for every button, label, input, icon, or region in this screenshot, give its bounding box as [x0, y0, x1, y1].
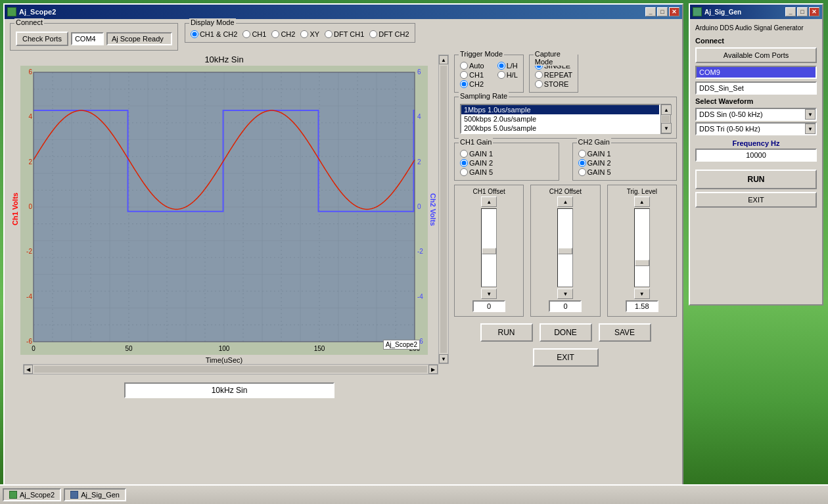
- ch2-offset-value[interactable]: 0: [549, 300, 582, 312]
- siggen-maximize-button[interactable]: □: [797, 7, 808, 16]
- ch1-gain2[interactable]: GAIN 2: [460, 159, 553, 167]
- trig-level-track[interactable]: [634, 208, 650, 287]
- trigger-ch2[interactable]: CH2: [460, 80, 484, 88]
- siggen-app-name: Arduino DDS Audio Signal Generator: [695, 24, 817, 32]
- scope-status: Aj Scope Ready: [106, 32, 172, 45]
- siggen-waveform-dropdown[interactable]: DDS Sin (0-50 kHz) DDS Tri (0-50 kHz) ▼: [695, 108, 817, 121]
- display-ch1-ch2[interactable]: CH1 & CH2: [191, 30, 237, 38]
- scroll-left-btn[interactable]: ◀: [24, 365, 33, 374]
- taskbar-siggen-icon: [70, 491, 78, 499]
- ch1-offset-up[interactable]: ▲: [481, 196, 497, 207]
- ch2-gain-group: CH2 Gain GAIN 1 GAIN 2 GAIN 5: [572, 143, 678, 181]
- chart-bottom-row: ◀ ▶: [10, 364, 449, 375]
- ch2-gain2[interactable]: GAIN 2: [578, 159, 672, 167]
- chart-scrollbar-h[interactable]: ◀ ▶: [23, 364, 438, 375]
- scroll-right-btn[interactable]: ▶: [428, 365, 438, 374]
- sample-rate-scrollbar[interactable]: ▲ ▼: [660, 104, 671, 134]
- trigger-hl[interactable]: H/L: [497, 71, 518, 79]
- ch2-offset-thumb[interactable]: [558, 248, 572, 254]
- display-dft-ch1[interactable]: DFT CH1: [325, 30, 364, 38]
- ch2-offset-down[interactable]: ▼: [557, 288, 573, 299]
- scroll-down-btn[interactable]: ▼: [439, 354, 448, 363]
- ch1-gain1[interactable]: GAIN 1: [460, 150, 553, 158]
- sample-rate-500kbps[interactable]: 500kbps 2.0us/sample: [461, 114, 659, 124]
- chart-scrollbar-v[interactable]: ▲ ▼: [438, 55, 449, 364]
- exit-button[interactable]: EXIT: [533, 348, 599, 367]
- gain-groups: CH1 Gain GAIN 1 GAIN 2 GAIN 5 CH2 Gain G…: [454, 143, 677, 181]
- display-mode-label: Display Mode: [189, 18, 236, 26]
- display-ch1[interactable]: CH1: [242, 30, 266, 38]
- taskbar-siggen[interactable]: Aj_Sig_Gen: [64, 488, 126, 501]
- siggen-port-input[interactable]: COM9: [695, 66, 817, 79]
- siggen-run-button[interactable]: RUN: [695, 170, 817, 189]
- siggen-close-button[interactable]: ✕: [809, 7, 819, 16]
- siggen-exit-button[interactable]: EXIT: [695, 192, 817, 208]
- siggen-waveform-select[interactable]: DDS Sin (0-50 kHz) DDS Tri (0-50 kHz): [695, 108, 817, 121]
- ch1-offset-label: CH1 Offset: [473, 188, 505, 195]
- check-ports-button[interactable]: Check Ports: [16, 32, 68, 46]
- sample-rate-200kbps[interactable]: 200kbps 5.0us/sample: [461, 124, 659, 133]
- trig-level-up[interactable]: ▲: [634, 196, 650, 207]
- trigger-auto[interactable]: Auto: [460, 62, 484, 70]
- ch2-gain1[interactable]: GAIN 1: [578, 150, 672, 158]
- capture-repeat[interactable]: REPEAT: [535, 71, 572, 79]
- minimize-button[interactable]: _: [645, 7, 656, 16]
- taskbar-scope-label: Aj_Scope2: [20, 491, 55, 499]
- ch2-gain-label: CH2 Gain: [577, 138, 611, 146]
- siggen-preset-input[interactable]: DDS_Sin_Set: [695, 81, 817, 95]
- scope-window: Aj_Scope2 _ □ ✕ Connect Check Ports COM4…: [3, 3, 683, 499]
- taskbar-siggen-label: Aj_Sig_Gen: [81, 491, 120, 499]
- trig-level-label: Trig. Level: [627, 188, 657, 195]
- taskbar: Aj_Scope2 Aj_Sig_Gen: [0, 484, 828, 504]
- trig-level-value[interactable]: 1.58: [626, 300, 658, 312]
- trigger-lh[interactable]: L/H: [497, 62, 518, 70]
- connect-label: Connect: [14, 18, 44, 26]
- ch2-offset-up[interactable]: ▲: [557, 196, 573, 207]
- y-axis-left-label: Ch1 Volts: [10, 55, 20, 364]
- siggen-freq-input[interactable]: 10000: [695, 149, 817, 162]
- trig-level-down[interactable]: ▼: [634, 288, 650, 299]
- siggen-waveform-label: Select Waveform: [695, 97, 817, 105]
- sample-scroll-down[interactable]: ▼: [661, 123, 672, 133]
- ch1-offset-group: CH1 Offset ▲ ▼ 0: [454, 185, 524, 317]
- taskbar-scope[interactable]: Aj_Scope2: [3, 488, 61, 501]
- display-mode-group: Display Mode CH1 & CH2 CH1 CH2 XY: [185, 23, 415, 43]
- bottom-buttons-row: RUN DONE SAVE: [454, 323, 677, 342]
- trig-level-thumb[interactable]: [635, 260, 649, 266]
- ch1-offset-track[interactable]: [481, 208, 497, 287]
- maximize-button[interactable]: □: [657, 7, 668, 16]
- ch2-offset-group: CH2 Offset ▲ ▼ 0: [530, 185, 600, 317]
- trigger-ch1[interactable]: CH1: [460, 71, 484, 79]
- signal-label: 10kHz Sin: [124, 382, 334, 398]
- chart-title: 10kHz Sin: [20, 55, 428, 64]
- close-button[interactable]: ✕: [669, 7, 679, 16]
- scroll-up-btn[interactable]: ▲: [439, 55, 448, 64]
- sampling-rate-listbox[interactable]: 1Mbps 1.0us/sample 500kbps 2.0us/sample …: [460, 104, 660, 134]
- y-axis-right-label: Ch2 Volts: [428, 55, 438, 364]
- sample-scroll-up[interactable]: ▲: [661, 104, 672, 115]
- display-ch2[interactable]: CH2: [271, 30, 295, 38]
- x-axis-label: Time(uSec): [20, 356, 428, 364]
- display-xy[interactable]: XY: [300, 30, 319, 38]
- ch2-gain5[interactable]: GAIN 5: [578, 168, 672, 176]
- ch1-gain5[interactable]: GAIN 5: [460, 168, 553, 176]
- siggen-titlebar-icon: [693, 7, 702, 16]
- ch1-offset-thumb[interactable]: [482, 248, 496, 254]
- ch1-offset-value[interactable]: 0: [472, 300, 505, 312]
- save-button[interactable]: SAVE: [599, 323, 651, 342]
- ch1-offset-down[interactable]: ▼: [481, 288, 497, 299]
- com-port-input[interactable]: COM4: [71, 32, 104, 45]
- display-dft-ch2[interactable]: DFT CH2: [369, 30, 409, 38]
- ch2-offset-track[interactable]: [557, 208, 573, 287]
- siggen-waveform2-select[interactable]: DDS Tri (0-50 kHz) DDS Sin (0-50 kHz): [695, 122, 817, 135]
- siggen-minimize-button[interactable]: _: [785, 7, 796, 16]
- done-button[interactable]: DONE: [540, 323, 592, 342]
- siggen-available-ports-btn[interactable]: Available Com Ports: [695, 47, 817, 63]
- trig-level-group: Trig. Level ▲ ▼ 1.58: [607, 185, 677, 317]
- capture-store[interactable]: STORE: [535, 80, 572, 88]
- scroll-thumb-v: [440, 66, 447, 353]
- siggen-waveform2-dropdown[interactable]: DDS Tri (0-50 kHz) DDS Sin (0-50 kHz) ▼: [695, 122, 817, 135]
- sample-rate-1mbps[interactable]: 1Mbps 1.0us/sample: [461, 105, 659, 114]
- chart-watermark: Aj_Scope2: [383, 340, 420, 350]
- run-button[interactable]: RUN: [480, 323, 533, 342]
